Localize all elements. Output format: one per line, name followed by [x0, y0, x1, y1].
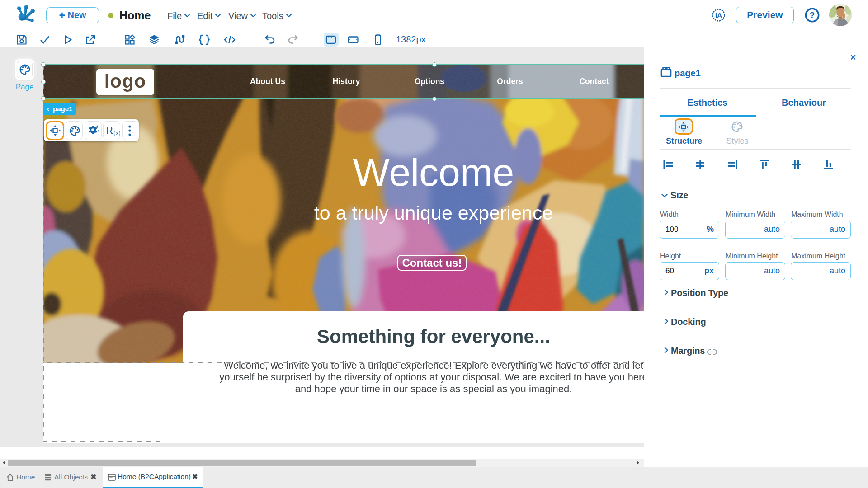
svg-text:?: ? — [810, 10, 815, 20]
svg-text:IA: IA — [715, 11, 722, 19]
